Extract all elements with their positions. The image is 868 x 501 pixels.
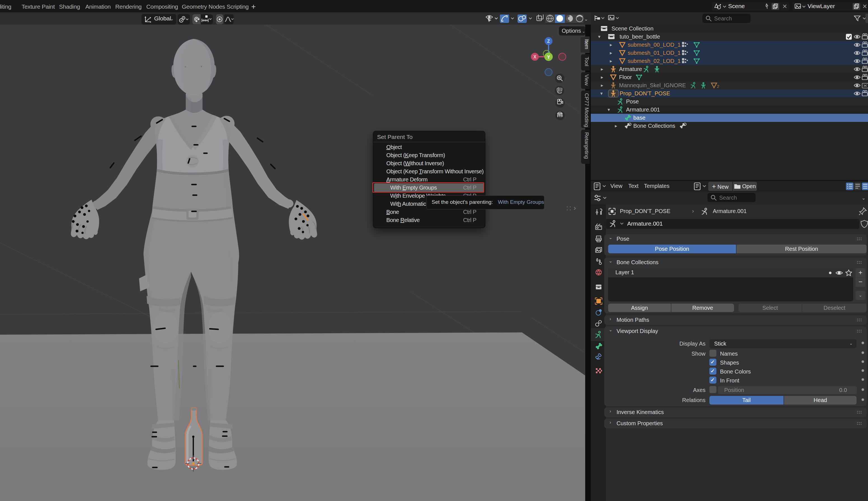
svg-text:Y: Y [547,55,550,60]
svg-text:X: X [533,54,537,59]
svg-text:Z: Z [547,39,550,44]
